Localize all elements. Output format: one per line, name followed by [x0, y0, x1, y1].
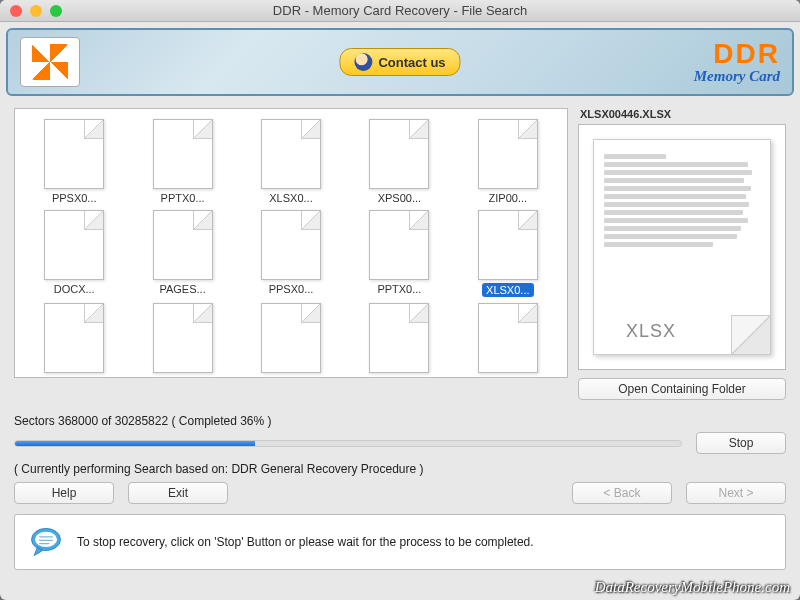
file-label: DOCX... [271, 376, 312, 378]
file-label: XLSX0... [269, 192, 312, 204]
document-preview-icon: XLSX [593, 139, 771, 355]
file-label: PPTX0... [377, 283, 421, 295]
progress-bar [14, 440, 682, 447]
speech-bubble-icon [29, 525, 63, 559]
file-icon [153, 303, 213, 373]
header-banner: Contact us DDR Memory Card [6, 28, 794, 96]
bottom-buttons: Help Exit < Back Next > [14, 482, 786, 504]
progress-label: Sectors 368000 of 30285822 ( Completed 3… [14, 414, 786, 428]
file-icon [478, 303, 538, 373]
file-label: PAGES... [159, 283, 205, 295]
file-label: PPSX0... [485, 376, 530, 378]
file-label: PAGES... [376, 376, 422, 378]
file-icon [261, 119, 321, 189]
svg-point-1 [35, 532, 57, 547]
exit-button[interactable]: Exit [128, 482, 228, 504]
watermark: DataRecoveryMobilePhone.com [595, 579, 790, 596]
app-window: DDR - Memory Card Recovery - File Search… [0, 0, 800, 600]
contact-us-button[interactable]: Contact us [339, 48, 460, 76]
file-icon [261, 210, 321, 280]
help-button[interactable]: Help [14, 482, 114, 504]
progress-row: Stop [14, 432, 786, 454]
file-item[interactable]: PAGES... [350, 303, 448, 378]
minimize-window-icon[interactable] [30, 5, 42, 17]
file-icon [44, 119, 104, 189]
file-label: ZIP00... [163, 376, 202, 378]
file-label: PPSX0... [52, 192, 97, 204]
file-icon [44, 210, 104, 280]
file-label: ZIP00... [489, 192, 528, 204]
file-item[interactable]: XPS00... [350, 119, 448, 204]
file-label: XLSX0... [482, 283, 533, 297]
file-icon [153, 119, 213, 189]
file-icon [478, 210, 538, 280]
file-icon [261, 303, 321, 373]
file-label: PPTX0... [161, 192, 205, 204]
traffic-lights [0, 5, 62, 17]
file-label: DOCX... [54, 283, 95, 295]
back-button[interactable]: < Back [572, 482, 672, 504]
info-box: To stop recovery, click on 'Stop' Button… [14, 514, 786, 570]
info-text: To stop recovery, click on 'Stop' Button… [77, 535, 534, 549]
file-item[interactable]: XLSX0... [459, 210, 557, 297]
maximize-window-icon[interactable] [50, 5, 62, 17]
preview-doc-type: XLSX [626, 321, 676, 342]
file-icon [369, 119, 429, 189]
contact-label: Contact us [378, 55, 445, 70]
file-item[interactable]: PPSX0... [25, 119, 123, 204]
file-item[interactable]: XLSX0... [242, 119, 340, 204]
file-item[interactable]: PPTX0... [350, 210, 448, 297]
brand-main: DDR [694, 40, 780, 68]
progress-fill [15, 441, 255, 446]
file-item[interactable]: DOCX... [242, 303, 340, 378]
file-item[interactable]: XPS00... [25, 303, 123, 378]
window-title: DDR - Memory Card Recovery - File Search [0, 3, 800, 18]
file-item[interactable]: PPSX0... [459, 303, 557, 378]
file-icon [478, 119, 538, 189]
titlebar: DDR - Memory Card Recovery - File Search [0, 0, 800, 22]
file-icon [153, 210, 213, 280]
preview-box: XLSX [578, 124, 786, 370]
file-label: PPSX0... [269, 283, 314, 295]
stop-button[interactable]: Stop [696, 432, 786, 454]
file-icon [369, 210, 429, 280]
close-window-icon[interactable] [10, 5, 22, 17]
open-containing-folder-button[interactable]: Open Containing Folder [578, 378, 786, 400]
main-row: PPSX0...PPTX0...XLSX0...XPS00...ZIP00...… [14, 108, 786, 400]
procedure-label: ( Currently performing Search based on: … [14, 462, 786, 476]
file-item[interactable]: PPSX0... [242, 210, 340, 297]
logo-pattern-icon [32, 44, 68, 80]
preview-filename: XLSX00446.XLSX [578, 108, 786, 120]
file-label: XPS00... [52, 376, 95, 378]
file-item[interactable]: PPTX0... [133, 119, 231, 204]
brand-block: DDR Memory Card [694, 40, 780, 85]
next-button[interactable]: Next > [686, 482, 786, 504]
progress-section: Sectors 368000 of 30285822 ( Completed 3… [14, 414, 786, 504]
file-item[interactable]: ZIP00... [133, 303, 231, 378]
file-item[interactable]: DOCX... [25, 210, 123, 297]
app-logo [20, 37, 80, 87]
file-item[interactable]: ZIP00... [459, 119, 557, 204]
preview-column: XLSX00446.XLSX [578, 108, 786, 400]
brand-sub: Memory Card [694, 68, 780, 85]
file-label: XPS00... [378, 192, 421, 204]
file-icon [369, 303, 429, 373]
person-icon [354, 53, 372, 71]
file-icon [44, 303, 104, 373]
file-list-area[interactable]: PPSX0...PPTX0...XLSX0...XPS00...ZIP00...… [14, 108, 568, 378]
file-grid: PPSX0...PPTX0...XLSX0...XPS00...ZIP00...… [25, 119, 557, 378]
content-area: PPSX0...PPTX0...XLSX0...XPS00...ZIP00...… [0, 102, 800, 600]
file-item[interactable]: PAGES... [133, 210, 231, 297]
